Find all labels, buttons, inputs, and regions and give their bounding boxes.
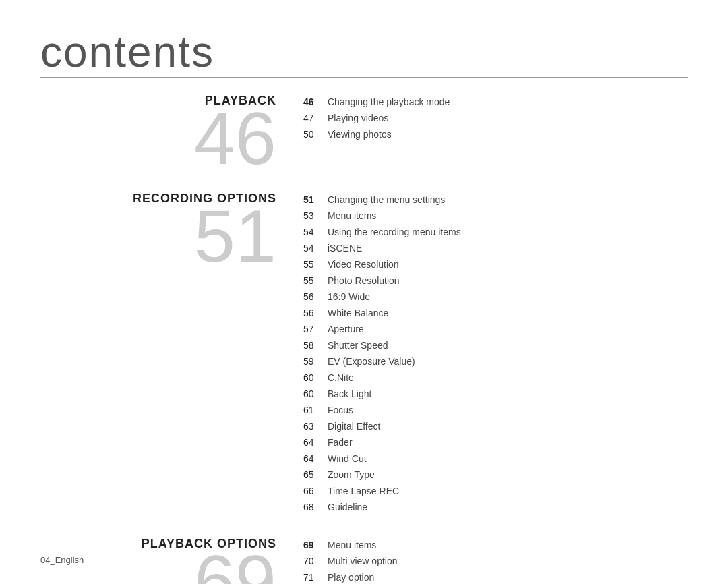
section-number-recording-options: 51: [40, 202, 276, 269]
toc-page-number: 55: [303, 274, 328, 288]
toc-entry-text: Zoom Type: [328, 468, 375, 482]
toc-entry: 58Shutter Speed: [303, 339, 688, 353]
toc-entry: 5616:9 Wide: [303, 290, 688, 304]
toc-page-number: 66: [303, 484, 328, 498]
section-row-recording-options: RECORDING OPTIONS5151Changing the menu s…: [40, 192, 688, 517]
toc-page-number: 51: [303, 193, 328, 207]
toc-page-number: 50: [303, 127, 328, 142]
toc-page-number: 65: [303, 468, 328, 482]
toc-page-number: 47: [303, 111, 328, 125]
toc-entry: 55Video Resolution: [303, 258, 688, 272]
toc-entry-text: Video Resolution: [328, 258, 399, 272]
toc-page-number: 56: [303, 306, 328, 320]
toc-entry: 55Photo Resolution: [303, 274, 688, 288]
section-left-playback: PLAYBACK46: [40, 94, 297, 171]
toc-entry-text: C.Nite: [328, 371, 354, 385]
toc-entry-text: EV (Exposure Value): [328, 355, 415, 369]
section-number-playback: 46: [40, 105, 276, 171]
footer: 04_English: [40, 555, 84, 565]
toc-entry-text: Focus: [328, 403, 353, 417]
toc-page-number: 56: [303, 290, 328, 304]
toc-page-number: 64: [303, 436, 328, 450]
toc-entry-text: Menu items: [328, 209, 376, 223]
toc-entry: 59EV (Exposure Value): [303, 355, 688, 369]
toc-entry: 54Using the recording menu items: [303, 225, 688, 239]
toc-entry-text: Wind Cut: [328, 452, 367, 466]
toc-entry: 66Time Lapse REC: [303, 484, 688, 498]
toc-page-number: 68: [303, 500, 328, 515]
toc-page-number: 55: [303, 258, 328, 272]
toc-entry-text: iSCENE: [328, 241, 362, 256]
title-section: contents: [40, 27, 688, 78]
toc-entry: 68Guideline: [303, 500, 688, 515]
toc-page-number: 57: [303, 322, 328, 337]
section-right-playback: 46Changing the playback mode47Playing vi…: [297, 94, 688, 144]
toc-entry: 51Changing the menu settings: [303, 193, 688, 207]
toc-page-number: 64: [303, 452, 328, 466]
toc-entry: 65Zoom Type: [303, 468, 688, 482]
toc-page-number: 53: [303, 209, 328, 223]
toc-page-number: 54: [303, 225, 328, 239]
toc-page-number: 59: [303, 355, 328, 369]
toc-entry-text: Fader: [328, 436, 353, 450]
toc-entry: 70Multi view option: [303, 554, 688, 568]
section-number-playback-options: 69: [40, 548, 276, 584]
toc-page-number: 61: [303, 403, 328, 417]
toc-entry: 50Viewing photos: [303, 127, 688, 142]
page-title: contents: [40, 27, 688, 77]
toc-entry: 71Play option: [303, 571, 688, 584]
section-left-recording-options: RECORDING OPTIONS51: [40, 192, 297, 269]
toc-entry: 56White Balance: [303, 306, 688, 320]
toc-entry: 47Playing videos: [303, 111, 688, 125]
toc-entry: 64Fader: [303, 436, 688, 450]
title-divider: [40, 77, 688, 78]
toc-entry: 53Menu items: [303, 209, 688, 223]
toc-entry: 57Aperture: [303, 322, 688, 337]
toc-page-number: 58: [303, 339, 328, 353]
toc-entry-text: 16:9 Wide: [328, 290, 370, 304]
toc-entry-text: Changing the playback mode: [328, 95, 450, 109]
toc-entry-text: Guideline: [328, 500, 367, 515]
toc-page-number: 63: [303, 419, 328, 434]
toc-entry-text: Photo Resolution: [328, 274, 400, 288]
toc-entry-text: Back Light: [328, 387, 371, 401]
toc-entry-text: Using the recording menu items: [328, 225, 461, 239]
toc-entry-text: Menu items: [328, 538, 376, 552]
toc-page-number: 54: [303, 241, 328, 256]
toc-entry-text: Play option: [328, 571, 374, 584]
toc-entry: 54iSCENE: [303, 241, 688, 256]
section-right-playback-options: 69Menu items70Multi view option71Play op…: [297, 537, 688, 584]
toc-page-number: 46: [303, 95, 328, 109]
toc-page-number: 60: [303, 371, 328, 385]
toc-entry: 46Changing the playback mode: [303, 95, 688, 109]
toc-entry: 69Menu items: [303, 538, 688, 552]
toc-entry-text: Shutter Speed: [328, 339, 388, 353]
toc-entry-text: Viewing photos: [328, 127, 392, 142]
toc-page-number: 60: [303, 387, 328, 401]
toc-entry: 61Focus: [303, 403, 688, 417]
content-area: PLAYBACK4646Changing the playback mode47…: [40, 94, 688, 584]
toc-entry-text: Changing the menu settings: [328, 193, 445, 207]
toc-page-number: 70: [303, 554, 328, 568]
toc-entry: 60Back Light: [303, 387, 688, 401]
section-right-recording-options: 51Changing the menu settings53Menu items…: [297, 192, 688, 517]
toc-entry: 64Wind Cut: [303, 452, 688, 466]
toc-page-number: 71: [303, 571, 328, 584]
page: contents PLAYBACK4646Changing the playba…: [0, 0, 728, 584]
section-row-playback-options: PLAYBACK OPTIONS6969Menu items70Multi vi…: [40, 537, 688, 584]
toc-entry-text: Playing videos: [328, 111, 388, 125]
toc-entry-text: Aperture: [328, 322, 364, 337]
section-row-playback: PLAYBACK4646Changing the playback mode47…: [40, 94, 688, 171]
toc-entry: 63Digital Effect: [303, 419, 688, 434]
toc-page-number: 69: [303, 538, 328, 552]
toc-entry-text: Digital Effect: [328, 419, 380, 434]
toc-entry-text: Multi view option: [328, 554, 398, 568]
toc-entry: 60C.Nite: [303, 371, 688, 385]
toc-entry-text: White Balance: [328, 306, 388, 320]
toc-entry-text: Time Lapse REC: [328, 484, 399, 498]
